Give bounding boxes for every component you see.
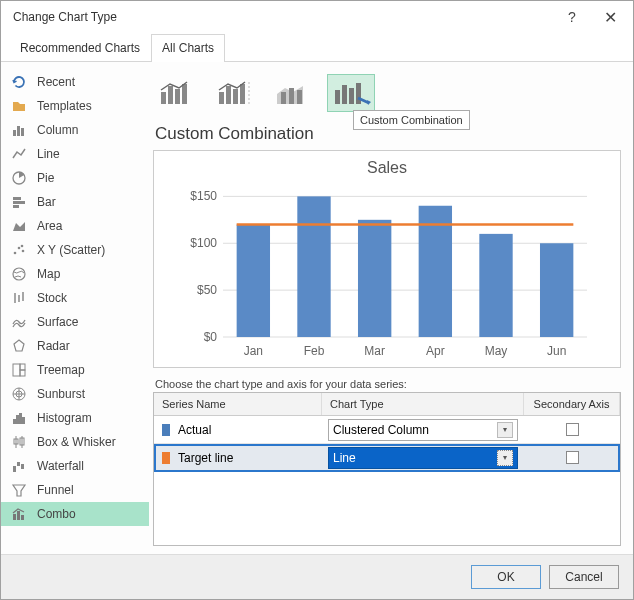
subtype-clustered-column-line-secondary[interactable]: [211, 74, 259, 112]
sidebar-label: Recent: [37, 75, 75, 89]
svg-point-8: [18, 247, 21, 250]
sidebar-item-area[interactable]: Area: [1, 214, 149, 238]
svg-rect-36: [21, 515, 24, 520]
series-marker: [162, 424, 170, 436]
svg-rect-16: [13, 364, 20, 376]
svg-rect-52: [356, 83, 361, 104]
svg-marker-15: [14, 340, 24, 351]
svg-rect-37: [161, 92, 166, 104]
sidebar-item-radar[interactable]: Radar: [1, 334, 149, 358]
sidebar-item-line[interactable]: Line: [1, 142, 149, 166]
pie-icon: [11, 170, 27, 186]
combo-icon: [11, 506, 27, 522]
sidebar-label: Bar: [37, 195, 56, 209]
sidebar-item-pie[interactable]: Pie: [1, 166, 149, 190]
svg-rect-34: [13, 514, 16, 520]
sidebar-item-treemap[interactable]: Treemap: [1, 358, 149, 382]
cancel-button[interactable]: Cancel: [549, 565, 619, 589]
area-icon: [11, 218, 27, 234]
svg-rect-48: [297, 90, 302, 104]
series-row-target[interactable]: Target line Line▾: [154, 444, 620, 472]
sidebar-item-histogram[interactable]: Histogram: [1, 406, 149, 430]
sidebar-item-map[interactable]: Map: [1, 262, 149, 286]
histogram-icon: [11, 410, 27, 426]
svg-rect-42: [226, 86, 231, 104]
sidebar-label: Sunburst: [37, 387, 85, 401]
sidebar-item-combo[interactable]: Combo: [1, 502, 149, 526]
sidebar-label: Surface: [37, 315, 78, 329]
funnel-icon: [11, 482, 27, 498]
chart-type-dropdown[interactable]: Clustered Column▾: [328, 419, 518, 441]
svg-text:$150: $150: [190, 189, 217, 203]
svg-rect-69: [479, 234, 512, 337]
sidebar-label: Pie: [37, 171, 54, 185]
series-row-actual[interactable]: Actual Clustered Column▾: [154, 416, 620, 444]
series-marker: [162, 452, 170, 464]
chart-title: Sales: [166, 159, 608, 177]
sidebar-item-bar[interactable]: Bar: [1, 190, 149, 214]
chevron-down-icon: ▾: [497, 450, 513, 466]
sidebar-item-boxwhisker[interactable]: Box & Whisker: [1, 430, 149, 454]
svg-rect-40: [182, 84, 187, 104]
chevron-down-icon: ▾: [497, 422, 513, 438]
svg-rect-18: [20, 370, 25, 376]
svg-rect-31: [13, 466, 16, 472]
svg-rect-49: [335, 90, 340, 104]
sidebar-label: Waterfall: [37, 459, 84, 473]
svg-rect-24: [16, 415, 19, 424]
sidebar-item-column[interactable]: Column: [1, 118, 149, 142]
help-button[interactable]: ?: [553, 3, 591, 31]
tab-recommended[interactable]: Recommended Charts: [9, 34, 151, 62]
boxwhisker-icon: [11, 434, 27, 450]
map-icon: [11, 266, 27, 282]
svg-text:Mar: Mar: [364, 344, 385, 358]
svg-rect-17: [20, 364, 25, 370]
bar-icon: [11, 194, 27, 210]
subtype-tooltip: Custom Combination: [353, 110, 470, 130]
sidebar-item-recent[interactable]: Recent: [1, 70, 149, 94]
subtype-custom-combination[interactable]: [327, 74, 375, 112]
sidebar-label: Column: [37, 123, 78, 137]
col-chart-type: Chart Type: [322, 393, 524, 415]
subtype-clustered-column-line[interactable]: [153, 74, 201, 112]
dialog-title: Change Chart Type: [13, 10, 553, 24]
svg-rect-44: [240, 84, 245, 104]
svg-rect-35: [17, 511, 20, 520]
sunburst-icon: [11, 386, 27, 402]
sidebar-label: Radar: [37, 339, 70, 353]
sidebar-item-funnel[interactable]: Funnel: [1, 478, 149, 502]
sidebar-label: Area: [37, 219, 62, 233]
line-icon: [11, 146, 27, 162]
tab-all-charts[interactable]: All Charts: [151, 34, 225, 62]
sidebar-item-stock[interactable]: Stock: [1, 286, 149, 310]
sidebar-item-templates[interactable]: Templates: [1, 94, 149, 118]
sidebar-item-scatter[interactable]: X Y (Scatter): [1, 238, 149, 262]
treemap-icon: [11, 362, 27, 378]
close-button[interactable]: ✕: [591, 3, 629, 31]
svg-rect-33: [21, 464, 24, 469]
svg-text:$100: $100: [190, 236, 217, 250]
svg-text:May: May: [485, 344, 508, 358]
secondary-axis-checkbox[interactable]: [566, 451, 579, 464]
col-secondary-axis: Secondary Axis: [524, 393, 620, 415]
svg-rect-2: [21, 128, 24, 136]
sidebar-label: Map: [37, 267, 60, 281]
sidebar-item-surface[interactable]: Surface: [1, 310, 149, 334]
svg-rect-50: [342, 85, 347, 104]
sidebar-item-sunburst[interactable]: Sunburst: [1, 382, 149, 406]
sidebar-item-waterfall[interactable]: Waterfall: [1, 454, 149, 478]
sidebar-label: Stock: [37, 291, 67, 305]
surface-icon: [11, 314, 27, 330]
svg-text:Feb: Feb: [304, 344, 325, 358]
svg-rect-5: [13, 201, 25, 204]
subtype-stacked-area-column[interactable]: [269, 74, 317, 112]
svg-point-10: [21, 245, 24, 248]
svg-rect-6: [13, 205, 19, 208]
col-series-name: Series Name: [154, 393, 322, 415]
secondary-axis-checkbox[interactable]: [566, 423, 579, 436]
chart-type-dropdown[interactable]: Line▾: [328, 447, 518, 469]
series-name: Actual: [178, 423, 211, 437]
series-instructions: Choose the chart type and axis for your …: [155, 378, 621, 390]
ok-button[interactable]: OK: [471, 565, 541, 589]
svg-point-11: [13, 268, 25, 280]
